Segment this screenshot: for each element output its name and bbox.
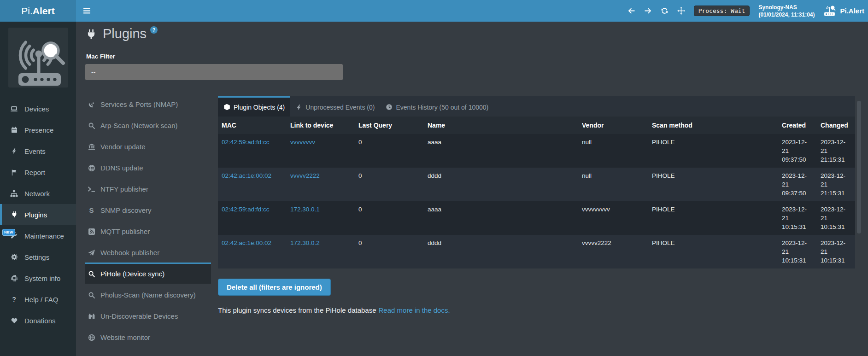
plugin-item-label: PiHole (Device sync): [100, 270, 164, 278]
tab-unprocessed-events-0[interactable]: Unprocessed Events (0): [290, 96, 380, 117]
sidebar-item-maintenance[interactable]: MaintenanceNEW: [0, 225, 76, 246]
sidebar-item-report[interactable]: Report: [0, 162, 76, 183]
cell-name: dddd: [424, 235, 578, 268]
cell-created: 2023-12-21 09:37:50: [778, 168, 817, 201]
plugin-item-mqtt-publisher[interactable]: MQTT publisher: [85, 220, 211, 241]
sidebar-item-label: Settings: [24, 253, 49, 261]
cell-link: 172.30.0.2: [287, 235, 355, 268]
question-icon: ?: [10, 296, 18, 303]
mac-link[interactable]: 02:42:ac:1e:00:02: [222, 172, 271, 179]
tab-label: Plugin Objects (4): [234, 104, 285, 111]
sidebar-item-donations[interactable]: Donations: [0, 310, 76, 331]
brand-bold: Alert: [33, 6, 55, 17]
plugin-item-ddns-update[interactable]: DDNS update: [85, 157, 211, 178]
pialert-home-link[interactable]: Pi.Alert: [823, 6, 864, 16]
device-link[interactable]: 172.30.0.1: [290, 206, 320, 213]
tab-plugin-objects-4[interactable]: Plugin Objects (4): [218, 96, 290, 117]
sidebar-item-events[interactable]: Events: [0, 140, 76, 162]
cell-name: dddd: [424, 168, 578, 201]
cell-vendor: null: [578, 168, 648, 201]
process-status-badge: Process: Wait: [694, 6, 750, 16]
table-row: 02:42:ac:1e:00:02vvvvv22220ddddnullPIHOL…: [218, 168, 855, 201]
plugin-item-label: DDNS update: [100, 164, 143, 172]
tab-label: Events History (50 out of 10000): [396, 104, 488, 111]
plugin-item-un-discoverable-devices[interactable]: Un-Discoverable Devices: [85, 305, 211, 326]
plugin-item-pihole-device-sync[interactable]: PiHole (Device sync): [85, 263, 211, 284]
globe-icon: [87, 164, 96, 172]
main-content: Plugins ? Mac Filter Services & Ports (N…: [76, 22, 868, 356]
plugin-item-ntfy-publisher[interactable]: NTFY publisher: [85, 178, 211, 199]
bolt-icon: [10, 148, 18, 154]
plug-icon: [85, 29, 97, 41]
sidebar-item-system-info[interactable]: System info: [0, 268, 76, 289]
tab-panel: Plugin Objects (4)Unprocessed Events (0)…: [218, 96, 855, 347]
page-title: Plugins: [103, 25, 147, 42]
table-row: 02:42:59:ad:fd:cc172.30.0.10aaaavvvvvvvv…: [218, 201, 855, 235]
sidebar-item-label: Maintenance: [24, 232, 64, 240]
tab-bar: Plugin Objects (4)Unprocessed Events (0)…: [218, 96, 855, 117]
gear-icon: [10, 253, 18, 261]
sidebar-item-plugins[interactable]: Plugins: [0, 204, 76, 225]
sidebar-toggle-button[interactable]: [76, 0, 97, 22]
page-title-row: Plugins ?: [85, 25, 868, 42]
brand-logo[interactable]: Pi.Alert: [0, 0, 76, 22]
docs-link[interactable]: Read more in the docs.: [379, 306, 450, 314]
plugin-item-label: Services & Ports (NMAP): [100, 100, 178, 108]
sidebar-item-network[interactable]: Network: [0, 183, 76, 204]
sidebar-item-help-faq[interactable]: ?Help / FAQ: [0, 289, 76, 310]
satellite-dish-icon: [87, 101, 96, 108]
plugin-item-webhook-publisher[interactable]: Webhook publisher: [85, 241, 211, 263]
sidebar-item-label: Plugins: [24, 211, 47, 219]
cell-link: vvvvvvvv: [287, 134, 355, 168]
cell-vendor: null: [578, 134, 648, 168]
plugin-item-label: Un-Discoverable Devices: [100, 312, 178, 320]
host-name: Synology-NAS: [758, 4, 815, 11]
plugin-description-text: This plugin syncs devices from the PiHol…: [218, 306, 376, 314]
microchip-icon: [10, 274, 18, 282]
cell-changed: 2023-12-21 21:15:31: [817, 168, 855, 201]
plugin-item-vendor-update[interactable]: Vendor update: [85, 135, 211, 157]
cell-name: aaaa: [424, 201, 578, 235]
tab-events-history-50-out-of-10000[interactable]: Events History (50 out of 10000): [380, 96, 494, 117]
column-header-mac: MAC: [218, 117, 287, 134]
plugin-item-snmp-discovery[interactable]: SSNMP discovery: [85, 199, 211, 220]
sidebar-item-presence[interactable]: Presence: [0, 119, 76, 140]
plugin-item-services-ports-nmap[interactable]: Services & Ports (NMAP): [85, 93, 211, 114]
device-link[interactable]: vvvvv2222: [290, 172, 320, 179]
nav-forward-icon[interactable]: [644, 7, 652, 15]
sidebar-item-settings[interactable]: Settings: [0, 246, 76, 268]
plugin-item-label: MQTT publisher: [100, 228, 150, 235]
move-icon[interactable]: [677, 7, 685, 15]
brand-prefix: Pi.: [21, 6, 33, 17]
topbar-right: Process: Wait Synology-NAS (01/01/2024, …: [628, 0, 868, 22]
cell-last-query: 0: [355, 235, 424, 268]
hamburger-icon: [83, 7, 91, 14]
cell-link: 172.30.0.1: [287, 201, 355, 235]
mac-link[interactable]: 02:42:59:ad:fd:cc: [222, 206, 270, 213]
binoculars-icon: [87, 313, 96, 320]
plugin-item-pholus-scan-name-discovery[interactable]: Pholus-Scan (Name discovery): [85, 284, 211, 305]
sidebar-item-label: Report: [24, 169, 45, 176]
mac-filter-input[interactable]: [85, 64, 343, 80]
s-letter-icon: S: [87, 207, 96, 214]
device-link[interactable]: vvvvvvvv: [290, 139, 315, 146]
sidebar-item-label: Help / FAQ: [24, 296, 58, 303]
help-badge[interactable]: ?: [150, 26, 158, 34]
delete-all-button[interactable]: Delete all (filters are ignored): [218, 279, 331, 296]
refresh-icon[interactable]: [661, 7, 669, 15]
content-row: Services & Ports (NMAP)Arp-Scan (Network…: [85, 93, 868, 347]
device-link[interactable]: 172.30.0.2: [290, 239, 320, 246]
cell-last-query: 0: [355, 201, 424, 235]
plugin-item-arp-scan-network-scan[interactable]: Arp-Scan (Network scan): [85, 114, 211, 135]
cell-created: 2023-12-21 10:15:31: [778, 235, 817, 268]
plugin-item-website-monitor[interactable]: Website monitor: [85, 326, 211, 347]
nav-back-icon[interactable]: [628, 7, 635, 15]
table-scrollbar[interactable]: [857, 101, 861, 233]
sidebar-item-devices[interactable]: Devices: [0, 98, 76, 119]
mac-link[interactable]: 02:42:59:ad:fd:cc: [222, 139, 270, 146]
cell-mac: 02:42:ac:1e:00:02: [218, 235, 287, 268]
mac-link[interactable]: 02:42:ac:1e:00:02: [222, 239, 271, 246]
sidebar-item-label: Network: [24, 190, 50, 198]
cube-icon: [223, 104, 230, 111]
table-row: 02:42:ac:1e:00:02172.30.0.20ddddvvvvv222…: [218, 235, 855, 268]
